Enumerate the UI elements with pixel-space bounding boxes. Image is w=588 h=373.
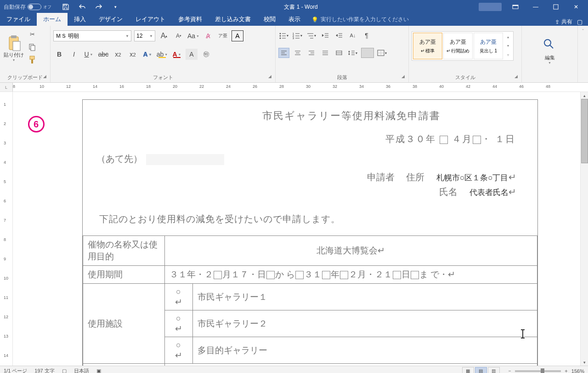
maximize-icon[interactable] — [547, 0, 565, 13]
tab-references[interactable]: 参考資料 — [172, 13, 209, 26]
clipboard-launcher-icon[interactable]: ◢ — [43, 74, 46, 79]
view-print-icon[interactable]: ▤ — [475, 367, 487, 373]
decrease-indent-icon[interactable] — [320, 30, 331, 40]
svg-line-56 — [550, 45, 553, 48]
view-read-icon[interactable]: ▦ — [462, 367, 474, 373]
view-buttons: ▦ ▤ ▥ — [462, 367, 500, 373]
clear-format-icon[interactable]: A̷ — [202, 30, 214, 41]
tab-design[interactable]: デザイン — [92, 13, 129, 26]
align-distributed-icon[interactable] — [334, 48, 345, 58]
share-icon: ⇪ — [555, 19, 560, 25]
collapse-ribbon-icon[interactable]: ˇ — [578, 26, 588, 82]
ruler-vertical[interactable]: 1234567891011121314 — [0, 92, 13, 366]
italic-button[interactable]: I — [68, 49, 80, 60]
tab-home[interactable]: ホーム — [37, 13, 68, 26]
status-language[interactable]: 日本語 — [74, 367, 89, 373]
scrollbar-track[interactable] — [581, 99, 588, 359]
scrollbar-thumb[interactable] — [581, 99, 588, 163]
minimize-icon[interactable]: ― — [526, 0, 545, 13]
autosave-toggle[interactable]: 自動保存 オフ — [0, 3, 55, 11]
close-icon[interactable]: ✕ — [567, 0, 585, 13]
style-no-spacing[interactable]: あア亜↵ 行間詰め — [443, 33, 473, 59]
zoom-in-icon[interactable]: ＋ — [564, 367, 569, 373]
align-center-icon[interactable] — [292, 48, 303, 58]
user-account[interactable] — [479, 3, 502, 11]
bold-button[interactable]: B — [53, 49, 65, 60]
highlight-color-icon[interactable]: ab▼ — [156, 49, 168, 60]
sort-icon[interactable]: A↓ — [347, 30, 358, 40]
styles-launcher-icon[interactable]: ◢ — [514, 74, 518, 79]
status-words[interactable]: 197 文字 — [34, 367, 54, 373]
font-name-select[interactable]: ＭＳ 明朝▼ — [53, 30, 131, 41]
change-case-icon[interactable]: Aa▼ — [187, 30, 199, 41]
char-border-icon[interactable]: A — [232, 30, 243, 41]
copy-icon[interactable] — [28, 42, 37, 52]
redo-icon[interactable] — [95, 3, 103, 11]
tab-selector-icon[interactable]: L — [0, 83, 13, 92]
status-page[interactable]: 1/1 ページ — [4, 367, 27, 373]
paste-button[interactable]: 貼り付け ▼ — [3, 28, 25, 69]
borders-icon[interactable]: ▼ — [377, 48, 388, 58]
style-heading1[interactable]: あア亜見出し 1 — [474, 33, 503, 59]
shading-icon[interactable] — [361, 48, 374, 58]
macro-record-icon[interactable]: ▣ — [96, 368, 101, 373]
find-button[interactable]: 編集 ▼ — [538, 30, 562, 72]
font-color-icon[interactable]: A▼ — [171, 49, 183, 60]
align-justify-icon[interactable] — [320, 48, 331, 58]
tab-review[interactable]: 校閲 — [257, 13, 282, 26]
date-line: 平成３０年 ４月・ １日 — [91, 126, 529, 150]
underline-button[interactable]: U▼ — [83, 49, 95, 60]
phonetic-guide-icon[interactable]: ア亜 — [217, 30, 229, 41]
cut-icon[interactable]: ✂ — [28, 29, 37, 39]
document-canvas[interactable]: 6 市民ギャラリー等使用料減免申請書 平成３０年 ４月・ １日 （あて先） 申請… — [13, 92, 580, 366]
align-left-icon[interactable] — [278, 48, 289, 58]
tab-file[interactable]: ファイル — [0, 13, 37, 26]
qat-customize-icon[interactable]: ▾ — [111, 3, 119, 11]
style-gallery-more-icon[interactable]: ▴▾▿ — [504, 33, 512, 59]
undo-icon[interactable] — [78, 3, 86, 11]
svg-rect-7 — [31, 46, 35, 51]
share-button[interactable]: ⇪ 共有 — [555, 18, 572, 26]
paragraph-launcher-icon[interactable]: ◢ — [401, 74, 405, 79]
style-gallery[interactable]: あア亜↵ 標準 あア亜↵ 行間詰め あア亜見出し 1 ▴▾▿ — [412, 31, 514, 61]
increase-indent-icon[interactable] — [334, 30, 345, 40]
numbering-icon[interactable]: 123▼ — [292, 30, 303, 40]
zoom-out-icon[interactable]: － — [507, 367, 512, 373]
multilevel-icon[interactable]: ▼ — [306, 30, 317, 40]
format-painter-icon[interactable] — [28, 55, 37, 64]
tab-layout[interactable]: レイアウト — [129, 13, 172, 26]
tab-insert[interactable]: 挿入 — [68, 13, 92, 26]
char-shading-icon[interactable]: A — [186, 49, 198, 60]
spellcheck-icon[interactable]: ▢ — [62, 368, 67, 373]
view-web-icon[interactable]: ▥ — [488, 367, 500, 373]
font-launcher-icon[interactable]: ◢ — [268, 74, 271, 79]
show-marks-icon[interactable]: ¶ — [361, 30, 372, 40]
comments-icon[interactable]: ▢ — [577, 18, 582, 25]
scroll-down-icon[interactable]: ▾ — [581, 359, 588, 366]
align-right-icon[interactable] — [306, 48, 317, 58]
superscript-button[interactable]: x2 — [127, 49, 139, 60]
tab-view[interactable]: 表示 — [282, 13, 307, 26]
shrink-font-icon[interactable]: A▾ — [173, 30, 185, 41]
tell-me-search[interactable]: 💡 実行したい作業を入力してください — [307, 13, 413, 26]
enclose-char-icon[interactable]: ㊕ — [200, 49, 212, 60]
grow-font-icon[interactable]: A▴ — [158, 30, 170, 41]
zoom-slider[interactable] — [515, 370, 561, 372]
vertical-scrollbar[interactable]: ▴ ▾ — [580, 92, 588, 366]
facility-check-3: ○↵ — [164, 337, 192, 364]
ruler-horizontal[interactable]: L 81012141618202224262830323436384042444… — [0, 83, 588, 92]
scroll-up-icon[interactable]: ▴ — [581, 92, 588, 99]
font-size-select[interactable]: 12▼ — [134, 30, 155, 41]
save-icon[interactable] — [62, 3, 70, 11]
zoom-value[interactable]: 156% — [571, 368, 584, 373]
line-spacing-icon[interactable]: ▼ — [347, 48, 358, 58]
subscript-button[interactable]: x2 — [112, 49, 124, 60]
facility-3: 多目的ギャラリー — [192, 337, 537, 364]
text-effects-icon[interactable]: A▼ — [141, 49, 153, 60]
bullets-icon[interactable]: ▼ — [278, 30, 289, 40]
ribbon-display-icon[interactable] — [506, 0, 525, 13]
tab-mailings[interactable]: 差し込み文書 — [209, 13, 257, 26]
autosave-switch[interactable] — [28, 4, 41, 10]
style-normal[interactable]: あア亜↵ 標準 — [413, 33, 442, 59]
strikethrough-button[interactable]: abc — [97, 49, 109, 60]
